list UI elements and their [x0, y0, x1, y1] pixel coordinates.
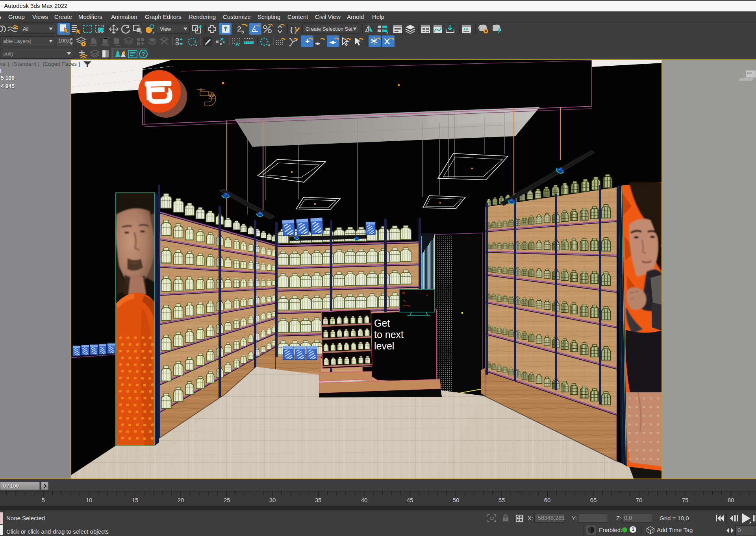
svg-text:level: level [374, 340, 394, 351]
svg-text:Get: Get [374, 318, 390, 329]
svg-text:{}: {} [289, 26, 298, 34]
svg-text:2: 2 [237, 25, 241, 33]
svg-text:5: 5 [241, 29, 244, 35]
svg-text:?: ? [142, 51, 145, 57]
svg-text:A: A [235, 41, 239, 47]
svg-text:to next: to next [374, 329, 404, 340]
